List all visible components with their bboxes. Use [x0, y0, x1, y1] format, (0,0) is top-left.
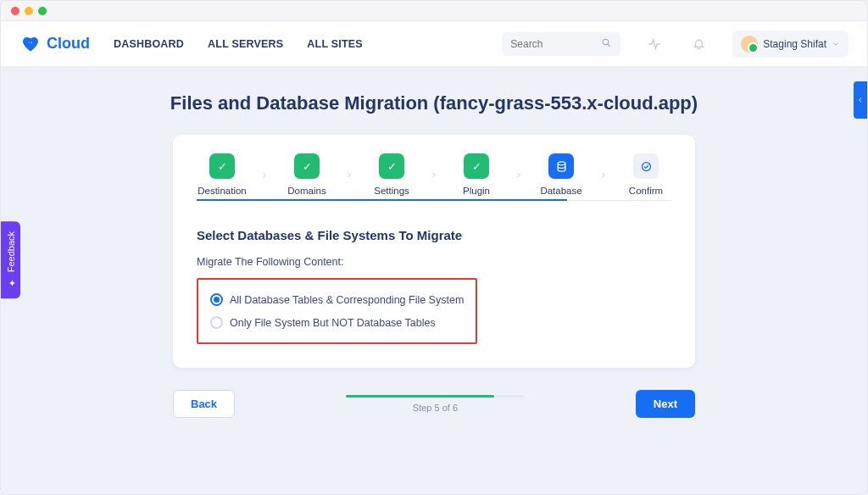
chevron-down-icon [832, 40, 840, 48]
top-nav-bar: Cloud DASHBOARD ALL SERVERS ALL SITES [1, 21, 867, 67]
activity-icon[interactable] [644, 34, 665, 54]
section-subheading: Migrate The Following Content: [197, 256, 671, 268]
window-titlebar [1, 1, 867, 21]
bell-icon[interactable] [688, 34, 709, 54]
nav-dashboard[interactable]: DASHBOARD [114, 38, 184, 50]
radio-icon [210, 293, 223, 306]
nav-all-servers[interactable]: ALL SERVERS [208, 38, 283, 50]
section-heading: Select Databases & File Systems To Migra… [197, 228, 671, 242]
feedback-tab[interactable]: ✦ Feedback [1, 221, 20, 298]
step-settings[interactable]: ✓ Settings [366, 153, 417, 196]
chevron-right-icon: › [263, 169, 266, 181]
svg-point-3 [642, 162, 650, 170]
window-minimize-dot[interactable] [25, 7, 33, 15]
radio-option-all[interactable]: All Database Tables & Corresponding File… [210, 288, 464, 311]
brand-logo[interactable]: Cloud [19, 33, 90, 55]
user-name: Staging Shifat [763, 38, 826, 50]
migration-card: ✓ Destination › ✓ Domains › ✓ Settings ›… [173, 135, 695, 368]
brand-name: Cloud [47, 35, 90, 53]
svg-point-2 [558, 161, 565, 164]
database-icon [548, 153, 574, 179]
stepper: ✓ Destination › ✓ Domains › ✓ Settings ›… [197, 153, 671, 201]
check-icon: ✓ [209, 153, 235, 179]
chevron-left-icon [857, 97, 864, 103]
chevron-right-icon: › [602, 169, 605, 181]
user-menu[interactable]: Staging Shifat [732, 31, 849, 58]
step-database[interactable]: Database [536, 153, 587, 196]
chevron-right-icon: › [348, 169, 351, 181]
confirm-check-icon [633, 153, 659, 179]
step-destination[interactable]: ✓ Destination [197, 153, 248, 196]
wizard-footer: Back Step 5 of 6 Next [173, 390, 695, 418]
window-zoom-dot[interactable] [38, 7, 47, 15]
search-box[interactable] [502, 32, 620, 56]
page-title: Files and Database Migration (fancy-gras… [1, 92, 867, 114]
svg-line-1 [608, 44, 610, 47]
window-close-dot[interactable] [11, 7, 19, 15]
chevron-right-icon: › [517, 169, 520, 181]
radio-icon [210, 316, 223, 329]
check-icon: ✓ [294, 153, 320, 179]
svg-point-0 [603, 39, 609, 45]
search-icon [601, 37, 612, 51]
progress-indicator: Step 5 of 6 [248, 395, 622, 413]
side-panel-toggle[interactable] [854, 81, 867, 119]
check-icon: ✓ [464, 153, 489, 179]
step-plugin[interactable]: ✓ Plugin [451, 153, 502, 196]
puzzle-icon: ✦ [5, 277, 16, 288]
step-counter: Step 5 of 6 [248, 403, 622, 413]
step-confirm[interactable]: Confirm [620, 153, 671, 196]
migration-content-radio-group: All Database Tables & Corresponding File… [197, 278, 477, 344]
nav-all-sites[interactable]: ALL SITES [307, 38, 362, 50]
search-input[interactable] [510, 38, 601, 50]
brand-heart-icon [19, 33, 42, 55]
next-button[interactable]: Next [636, 390, 695, 418]
step-domains[interactable]: ✓ Domains [281, 153, 332, 196]
back-button[interactable]: Back [173, 390, 235, 418]
check-icon: ✓ [379, 153, 404, 179]
avatar [741, 36, 758, 53]
chevron-right-icon: › [432, 169, 436, 181]
radio-option-files-only[interactable]: Only File System But NOT Database Tables [210, 311, 464, 334]
